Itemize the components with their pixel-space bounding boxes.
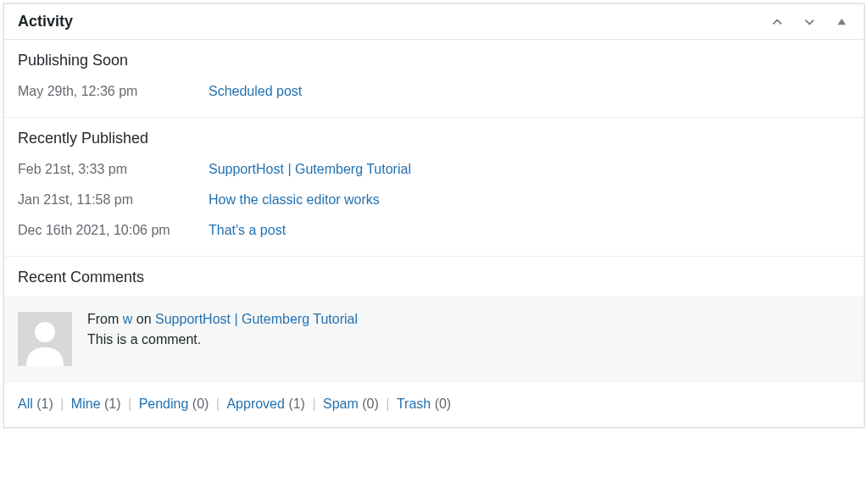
comment-author-link[interactable]: w	[123, 312, 133, 326]
publishing-soon-section: Publishing Soon May 29th, 12:36 pm Sched…	[4, 40, 864, 118]
filter-count: (0)	[362, 396, 379, 411]
filter-label: Spam	[323, 396, 359, 411]
filter-count: (0)	[435, 396, 452, 411]
comment-item: From w on SupportHost | Gutemberg Tutori…	[4, 297, 864, 383]
recent-comments-section: Recent Comments From w on SupportHost | …	[4, 257, 864, 427]
filter-trash[interactable]: Trash (0)	[397, 396, 451, 411]
post-date: Feb 21st, 3:33 pm	[18, 159, 209, 180]
filter-spam[interactable]: Spam (0)	[323, 396, 382, 411]
comment-post-link[interactable]: SupportHost | Gutemberg Tutorial	[155, 312, 358, 326]
section-heading-recent-comments: Recent Comments	[4, 257, 864, 297]
svg-point-2	[35, 322, 55, 342]
post-date: May 29th, 12:36 pm	[18, 81, 209, 102]
section-heading-publishing-soon: Publishing Soon	[4, 40, 864, 76]
activity-widget: Activity Publishing Soon May 29th, 12:36…	[3, 3, 865, 428]
comment-from-prefix: From	[87, 312, 123, 326]
filter-separator: |	[216, 396, 224, 411]
filter-separator: |	[386, 396, 393, 411]
filter-separator: |	[60, 396, 68, 411]
move-down-icon[interactable]	[801, 14, 818, 30]
post-link[interactable]: How the classic editor works	[209, 190, 380, 210]
post-date: Dec 16th 2021, 10:06 pm	[18, 220, 209, 241]
filter-label: Mine	[71, 396, 101, 411]
published-post-row: Dec 16th 2021, 10:06 pm That's a post	[18, 215, 850, 246]
filter-separator: |	[312, 396, 320, 411]
published-post-row: Feb 21st, 3:33 pm SupportHost | Gutember…	[18, 154, 850, 185]
filter-label: Pending	[139, 396, 189, 411]
post-link[interactable]: That's a post	[209, 220, 286, 241]
section-heading-recently-published: Recently Published	[4, 118, 864, 154]
comment-body: From w on SupportHost | Gutemberg Tutori…	[87, 312, 850, 366]
filter-count: (1)	[104, 396, 121, 411]
filter-count: (0)	[192, 396, 209, 411]
post-date: Jan 21st, 11:58 pm	[18, 190, 209, 210]
avatar	[18, 312, 72, 366]
comment-on-text: on	[132, 312, 155, 326]
filter-separator: |	[128, 396, 136, 411]
published-post-row: Jan 21st, 11:58 pm How the classic edito…	[18, 185, 850, 215]
post-link[interactable]: SupportHost | Gutemberg Tutorial	[209, 159, 411, 180]
filter-mine[interactable]: Mine (1)	[71, 396, 125, 411]
move-up-icon[interactable]	[769, 14, 786, 30]
widget-header: Activity	[4, 4, 864, 40]
filter-label: Trash	[397, 396, 431, 411]
collapse-toggle-icon[interactable]	[833, 14, 850, 30]
comment-text: This is a comment.	[87, 332, 850, 347]
filter-label: All	[18, 396, 33, 411]
filter-all[interactable]: All (1)	[18, 396, 57, 411]
filter-approved[interactable]: Approved (1)	[226, 396, 309, 411]
publishing-soon-list: May 29th, 12:36 pm Scheduled post	[4, 76, 864, 118]
filter-count: (1)	[288, 396, 305, 411]
comment-meta: From w on SupportHost | Gutemberg Tutori…	[87, 312, 850, 327]
filter-label: Approved	[226, 396, 285, 411]
widget-title: Activity	[18, 13, 73, 30]
filter-count: (1)	[36, 396, 53, 411]
post-link[interactable]: Scheduled post	[209, 81, 302, 102]
recently-published-section: Recently Published Feb 21st, 3:33 pm Sup…	[4, 118, 864, 257]
svg-marker-0	[837, 19, 846, 25]
comment-filters: All (1) | Mine (1) | Pending (0) | Appro…	[4, 383, 864, 427]
filter-pending[interactable]: Pending (0)	[139, 396, 213, 411]
scheduled-post-row: May 29th, 12:36 pm Scheduled post	[18, 76, 850, 107]
widget-controls	[769, 14, 850, 30]
recently-published-list: Feb 21st, 3:33 pm SupportHost | Gutember…	[4, 154, 864, 257]
